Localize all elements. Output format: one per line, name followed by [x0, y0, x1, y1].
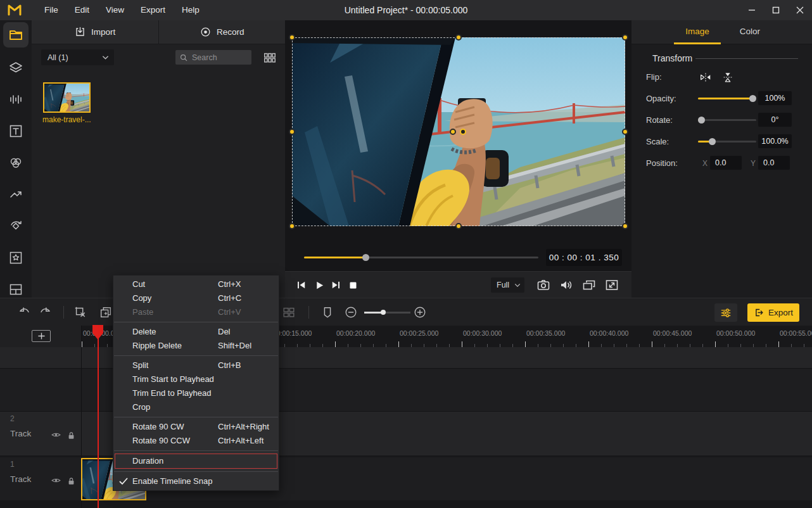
preview-stage[interactable] — [292, 37, 625, 226]
import-icon — [74, 26, 86, 38]
render-settings-button[interactable] — [714, 303, 737, 322]
scale-label: Scale: — [646, 137, 669, 146]
split-screen-icon[interactable] — [8, 282, 23, 297]
track-layout-icon[interactable] — [282, 305, 296, 319]
dual-screen-icon[interactable] — [581, 277, 597, 293]
resize-handle-right[interactable] — [622, 129, 628, 135]
rotate-slider[interactable] — [698, 116, 756, 124]
opacity-slider[interactable] — [698, 94, 756, 102]
ruler-label: 00:00:20.000 — [336, 329, 375, 337]
flip-horizontal-icon[interactable] — [699, 70, 713, 84]
fullscreen-icon[interactable] — [604, 277, 619, 293]
marker-icon[interactable] — [320, 305, 334, 319]
ruler-tick — [538, 344, 538, 347]
track-2-lock-icon[interactable] — [66, 430, 77, 441]
tab-record[interactable]: Record — [158, 20, 286, 44]
resize-handle-bottom-center[interactable] — [455, 223, 462, 229]
context-menu-item-delete[interactable]: DeleteDel — [113, 325, 279, 339]
menu-file[interactable]: File — [36, 0, 67, 20]
preview-zoom-dropdown[interactable]: Full — [491, 277, 524, 293]
track-2-visibility-icon[interactable] — [51, 429, 61, 440]
media-library-icon[interactable] — [8, 27, 23, 42]
zoom-in-icon[interactable] — [413, 305, 427, 319]
timeline-zoom-slider[interactable] — [364, 308, 410, 316]
track-1-lock-icon[interactable] — [66, 476, 77, 486]
tab-record-label: Record — [217, 27, 244, 37]
resize-handle-top-right[interactable] — [622, 34, 628, 41]
search-input[interactable] — [192, 53, 246, 62]
export-button[interactable]: Export — [747, 303, 799, 322]
app-window: File Edit View Export Help Untitled Proj… — [0, 0, 812, 508]
ruler-tick — [588, 341, 589, 347]
close-button[interactable] — [788, 0, 812, 20]
grid-view-icon[interactable] — [262, 51, 277, 65]
scale-slider[interactable] — [698, 137, 756, 145]
copy-icon[interactable] — [99, 305, 113, 319]
text-icon[interactable] — [8, 124, 23, 139]
position-y-input[interactable] — [758, 156, 790, 170]
context-menu-item-enable-timeline-snap[interactable]: Enable Timeline Snap — [113, 474, 279, 488]
menu-help[interactable]: Help — [174, 0, 208, 20]
context-menu-item-ripple-delete[interactable]: Ripple DeleteShift+Del — [113, 339, 279, 353]
context-menu-item-trim-start-to-playhead[interactable]: Trim Start to Playhead — [113, 372, 279, 386]
tab-image[interactable]: Image — [675, 20, 720, 43]
snapshot-icon[interactable] — [536, 277, 551, 293]
seek-knob[interactable] — [362, 254, 369, 261]
playhead-line[interactable] — [98, 326, 99, 508]
properties-tabs: Image Color — [631, 20, 812, 44]
menu-edit[interactable]: Edit — [67, 0, 98, 20]
toolbar-divider — [308, 306, 309, 319]
previous-frame-button[interactable] — [294, 277, 309, 293]
context-menu-item-split[interactable]: SplitCtrl+B — [113, 359, 279, 372]
media-item-thumbnail[interactable] — [43, 82, 91, 113]
resize-handle-bottom-left[interactable] — [289, 223, 295, 229]
context-menu-item-crop[interactable]: Crop — [113, 400, 279, 414]
menu-view[interactable]: View — [98, 0, 132, 20]
context-menu-item-copy[interactable]: CopyCtrl+C — [113, 291, 279, 305]
resize-handle-bottom-right[interactable] — [622, 223, 628, 229]
resize-handle-top-center[interactable] — [455, 34, 462, 41]
opacity-label: Opacity: — [646, 94, 676, 103]
opacity-value: 100% — [758, 91, 792, 105]
resize-handle-top-left[interactable] — [289, 34, 295, 41]
context-menu-item-trim-end-to-playhead[interactable]: Trim End to Playhead — [113, 386, 279, 400]
track-1-visibility-icon[interactable] — [51, 475, 61, 486]
tab-import[interactable]: Import — [32, 20, 158, 44]
menu-export[interactable]: Export — [132, 0, 174, 20]
zoom-out-icon[interactable] — [344, 305, 358, 319]
center-anchor-handle[interactable] — [450, 129, 456, 135]
play-button[interactable] — [312, 277, 327, 293]
undo-icon[interactable] — [18, 305, 32, 319]
position-x-input[interactable] — [710, 156, 742, 170]
context-menu-item-duration[interactable]: Duration — [115, 454, 277, 469]
tab-color[interactable]: Color — [728, 20, 772, 43]
filters-icon[interactable] — [8, 155, 23, 170]
volume-icon[interactable] — [559, 277, 574, 293]
seek-slider[interactable] — [304, 253, 538, 261]
sidebar-rail — [0, 20, 32, 298]
crop-cut-icon[interactable] — [73, 305, 87, 319]
resize-handle-left[interactable] — [289, 129, 295, 135]
ruler-tick — [677, 344, 678, 347]
ruler-tick — [652, 341, 652, 347]
layers-icon[interactable] — [8, 60, 23, 75]
motion-icon[interactable] — [8, 219, 23, 234]
add-track-button[interactable] — [32, 330, 51, 342]
redo-icon[interactable] — [38, 305, 52, 319]
transitions-icon[interactable] — [8, 187, 23, 202]
flip-vertical-icon[interactable] — [721, 70, 735, 84]
stop-button[interactable] — [345, 277, 360, 293]
rotate-handle[interactable] — [460, 129, 466, 135]
context-menu-item-rotate-90-ccw[interactable]: Rotate 90 CCWCtrl+Alt+Left — [113, 434, 279, 448]
context-menu-item-rotate-90-cw[interactable]: Rotate 90 CWCtrl+Alt+Right — [113, 420, 279, 434]
effects-icon[interactable] — [8, 250, 23, 265]
audio-icon[interactable] — [8, 92, 23, 107]
timeline-zoom-knob[interactable] — [381, 310, 386, 315]
maximize-button[interactable] — [764, 0, 788, 20]
search-box[interactable] — [175, 50, 251, 65]
context-menu-item-cut[interactable]: CutCtrl+X — [113, 277, 279, 291]
next-frame-button[interactable] — [328, 277, 343, 293]
media-filter-dropdown[interactable]: All (1) — [41, 49, 114, 65]
media-item-name: make-travel-... — [42, 115, 103, 124]
minimize-button[interactable] — [740, 0, 764, 20]
